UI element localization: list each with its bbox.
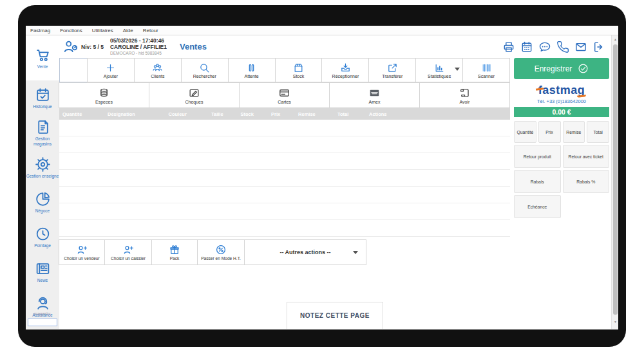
table-row [59,153,510,170]
percent-badge-icon [215,244,227,255]
document-icon [35,119,51,135]
sidebar-item-historique[interactable]: Historique [26,80,59,115]
page-header: Niv: 5 / 5 05/03/2026 - 17:40:46 CAROLIN… [59,35,618,58]
header-icons [502,41,605,53]
newspaper-icon [35,261,51,277]
total-key[interactable]: Total [587,121,609,143]
person-plus-icon [76,244,88,255]
choose-cashier-button[interactable]: Choisir un caissier [104,239,152,265]
sms-icon[interactable] [538,41,551,53]
menu-item-aide[interactable]: Aide [123,28,133,33]
printer-icon[interactable] [502,41,515,53]
installment-button[interactable]: Echéance [514,195,561,218]
level-label: Niv: 5 / 5 [81,44,104,50]
choose-seller-button[interactable]: Choisir un vendeur [59,239,105,265]
clients-button[interactable]: Clients [134,58,182,82]
datetime-label: 05/03/2026 - 17:40:46 [110,37,167,44]
statistics-button[interactable]: Statistiques [415,58,463,82]
scanner-button[interactable]: Scanner [462,58,510,82]
box-icon [293,62,304,73]
sidebar-item-gestion-magasins[interactable]: Gestion magasins [26,115,59,150]
calendar-check-icon [35,87,51,103]
page-title: Ventes [180,42,207,51]
amex-button[interactable]: Amex [329,82,420,108]
brand-phone: Tél. +33 (0)183642000 [514,98,609,104]
table-row [59,170,510,187]
hold-button[interactable]: Attente [228,58,276,82]
phone-icon[interactable] [556,41,569,53]
quick-keys: Quantité Prix Remise Total [514,121,609,143]
amex-card-icon [368,87,381,99]
quantity-key[interactable]: Quantité [514,121,536,143]
coins-icon [98,87,110,99]
app-window: Fastmag Fonctions Utilitaires Aide Retou… [26,26,618,329]
clock-icon [35,226,51,242]
people-icon [152,62,163,73]
plus-icon [105,62,116,73]
add-button[interactable]: Ajouter [87,58,135,82]
arrow-out-icon [387,62,398,73]
more-actions-dropdown[interactable]: -- Autres actions -- [244,239,366,265]
menu-item-utilitaires[interactable]: Utilitaires [92,28,113,33]
store-input[interactable] [28,319,57,326]
rate-page-button[interactable]: NOTEZ CETTE PAGE [287,302,383,329]
search-icon [199,62,210,73]
mail-icon[interactable] [574,41,587,53]
card-button[interactable]: Cartes [239,82,330,108]
cash-button[interactable]: Especes [59,82,149,108]
pack-button[interactable]: Pack [151,239,198,265]
calendar-icon[interactable] [520,41,533,53]
menu-item-retour[interactable]: Retour [143,28,158,33]
headset-icon [35,295,51,311]
scroll-down-icon[interactable]: ▼ [612,320,618,324]
sidebar-item-negoce[interactable]: Négoce [26,185,59,219]
table-row [59,203,510,220]
col-taille: Taille [208,111,238,117]
discount-key[interactable]: Remise [563,121,585,143]
sidebar-item-vente[interactable]: Vente [26,35,59,80]
gift-icon [169,244,180,255]
right-panel: Enregistrer fastmag Tél. +33 (0)18364200… [510,58,611,329]
menu-item-fonctions[interactable]: Fonctions [60,28,82,33]
cheque-button[interactable]: Cheques [149,82,240,108]
sidebar-item-pointage[interactable]: Pointage [26,219,59,254]
menu-bar: Fastmag Fonctions Utilitaires Aide Retou… [26,26,618,35]
brand-block: fastmag Tél. +33 (0)183642000 [514,79,609,107]
col-stock: Stock [238,111,269,117]
barcode-input[interactable] [59,58,88,82]
menu-item-fastmag[interactable]: Fastmag [30,28,50,33]
table-row [59,220,510,237]
receive-button[interactable]: Réceptionner [321,58,369,82]
rebate-percent-button[interactable]: Rabais % [563,170,610,193]
col-total: Total [334,111,366,117]
search-button[interactable]: Rechercher [181,58,229,82]
rebate-button[interactable]: Rabais [514,170,561,193]
transfer-button[interactable]: Transférer [368,58,416,82]
return-with-ticket-button[interactable]: Retour avec ticket [563,145,610,168]
cart-icon [35,47,51,63]
save-button[interactable]: Enregistrer [514,58,609,79]
main-toolbar: Ajouter Clients Rechercher Attente [59,58,510,82]
col-actions: Actions [366,111,510,117]
user-label: CAROLINE / AFFILIE1 [110,44,167,51]
payment-toolbar: Especes Cheques Cartes Amex [59,82,510,108]
price-key[interactable]: Prix [538,121,561,143]
cheque-icon [188,87,200,99]
device-frame: Fastmag Fonctions Utilitaires Aide Retou… [18,5,626,347]
user-level-icon [62,39,79,55]
logout-icon[interactable] [592,41,605,53]
barcode-icon [481,62,492,73]
scrollbar-thumb[interactable] [613,44,618,315]
return-product-button[interactable]: Retour produit [514,145,561,168]
pie-chart-icon [35,191,51,207]
credit-note-button[interactable]: Avoir [419,82,510,108]
sidebar-item-gestion-enseigne[interactable]: Gestion enseigne [26,150,59,185]
chevron-down-icon [353,251,358,254]
bar-chart-icon [434,62,445,73]
sidebar-item-news[interactable]: News [26,254,59,289]
table-header: Quantité Désignation Couleur Taille Stoc… [59,108,510,120]
stock-button[interactable]: Stock [275,58,323,82]
ht-mode-button[interactable]: Passer en Mode H.T. [197,239,245,265]
scroll-up-icon[interactable]: ▲ [612,37,618,41]
vertical-scrollbar[interactable]: ▲ ▼ [611,35,618,329]
